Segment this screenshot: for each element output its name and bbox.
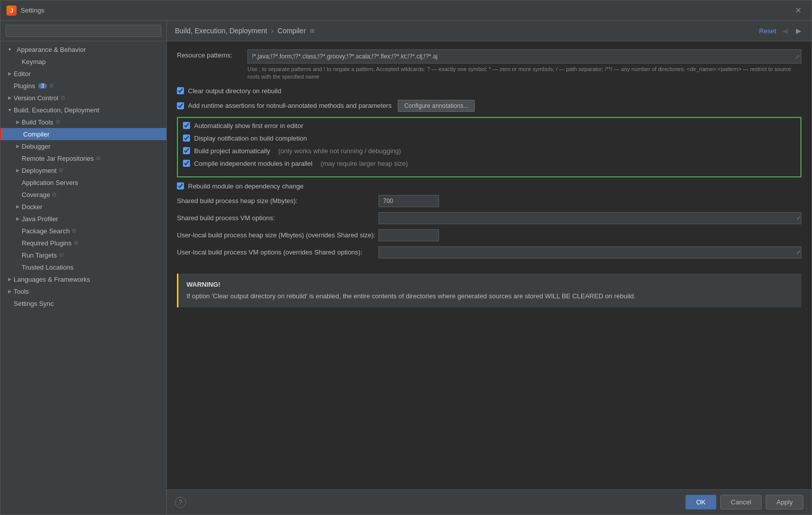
panel-header: Build, Execution, Deployment › Compiler … [167,21,811,41]
back-arrow-icon[interactable]: ◀ [780,26,790,36]
grid-icon: ⊞ [310,28,315,34]
spacer-icon [6,299,14,307]
settings-icon: ⚙ [49,83,54,89]
warning-text: If option 'Clear output directory on reb… [186,291,793,301]
user-vm-container: ⤢ [379,246,801,259]
main-content: ▾ Appearance & Behavior Keymap ▶ Editor [1,21,811,514]
search-input[interactable] [6,25,161,37]
user-heap-input[interactable] [379,229,439,241]
expand-arrow-icon: ▶ [6,275,14,283]
breadcrumb-separator: › [271,27,274,35]
sidebar-item-app-servers[interactable]: Application Servers [1,176,166,188]
sidebar-item-build-exec[interactable]: ▾ Build, Execution, Deployment [1,104,166,116]
expand-arrow-icon: ▶ [14,142,22,150]
plugins-badge: 3 [38,83,47,89]
forward-arrow-icon[interactable]: ▶ [794,26,803,36]
spacer-icon [14,154,22,162]
checkboxes-group: Automatically show first error in editor… [177,117,801,177]
shared-vm-input[interactable] [379,212,801,224]
settings-icon: ⚙ [51,131,56,138]
show-first-error-checkbox[interactable] [183,122,190,129]
user-heap-label: User-local build process heap size (Mbyt… [177,231,379,239]
user-vm-input[interactable] [379,246,801,259]
breadcrumb-part1: Build, Execution, Deployment [175,27,267,35]
btn-group: OK Cancel Apply [685,495,803,509]
rebuild-module-row: Rebuild module on dependency change [177,182,801,190]
expand-arrow-icon: ▶ [14,215,22,223]
compile-parallel-checkbox[interactable] [183,160,190,167]
add-runtime-checkbox[interactable] [177,102,184,109]
sidebar-item-package-search[interactable]: Package Search ⚙ [1,225,166,237]
settings-icon: ⚙ [58,167,64,174]
expand-arrow-icon: ▶ [6,70,14,78]
content-area: Resource patterns: ⤢ Use ; to separate p… [167,41,811,489]
sidebar-item-compiler[interactable]: Compiler ⚙ [1,128,166,140]
show-first-error-row: Automatically show first error in editor [183,122,795,130]
warning-box: WARNING! If option 'Clear output directo… [177,274,801,307]
compile-parallel-row: Compile independent modules in parallel … [183,160,795,167]
apply-button[interactable]: Apply [766,495,803,509]
sidebar-item-appearance[interactable]: ▾ Appearance & Behavior [1,43,166,55]
header-actions: Reset ◀ ▶ [759,26,803,36]
spacer-icon [14,190,22,199]
build-auto-label: Build project automatically [194,147,270,155]
spacer-icon [14,263,22,271]
build-auto-note: (only works while not running / debuggin… [278,147,401,155]
sidebar-item-build-tools[interactable]: ▶ Build Tools ⚙ [1,116,166,128]
clear-output-checkbox[interactable] [177,87,184,94]
configure-annotations-button[interactable]: Configure annotations... [398,100,475,112]
display-notification-label: Display notification on build completion [194,135,307,142]
resource-patterns-input[interactable] [247,49,801,63]
sidebar-item-remote-jar[interactable]: Remote Jar Repositories ⚙ [1,152,166,164]
sidebar-item-settings-sync[interactable]: Settings Sync [1,297,166,309]
resource-patterns-hint: Use ; to separate patterns and ! to nega… [247,66,801,81]
display-notification-checkbox[interactable] [183,135,190,142]
sidebar-item-editor[interactable]: ▶ Editor [1,68,166,80]
shared-vm-container: ⤢ [379,212,801,224]
cancel-button[interactable]: Cancel [720,495,762,509]
sidebar-item-required-plugins[interactable]: Required Plugins ⚙ [1,237,166,249]
breadcrumb-current: Compiler [278,27,306,35]
build-auto-checkbox[interactable] [183,147,190,154]
main-panel: Build, Execution, Deployment › Compiler … [167,21,811,514]
sidebar-item-debugger[interactable]: ▶ Debugger [1,140,166,152]
title-bar: J Settings ✕ [1,1,811,21]
bottom-bar: ? OK Cancel Apply [167,489,811,514]
settings-icon: ⚙ [55,119,60,125]
user-vm-row: User-local build process VM options (ove… [177,246,801,259]
shared-heap-input[interactable] [379,195,439,207]
sidebar-item-coverage[interactable]: Coverage ⚙ [1,188,166,201]
help-button[interactable]: ? [175,497,186,508]
sidebar-item-plugins[interactable]: Plugins 3 ⚙ [1,80,166,92]
sidebar-item-run-targets[interactable]: Run Targets ⚙ [1,249,166,261]
sidebar-item-trusted-locations[interactable]: Trusted Locations [1,261,166,273]
sidebar-item-java-profiler[interactable]: ▶ Java Profiler [1,213,166,225]
reset-link[interactable]: Reset [759,27,776,35]
sidebar-item-docker[interactable]: ▶ Docker [1,201,166,213]
expand-arrow-icon: ▶ [14,118,22,126]
rebuild-module-checkbox[interactable] [177,182,184,189]
resource-patterns-row: Resource patterns: ⤢ Use ; to separate p… [177,49,801,81]
resource-patterns-label: Resource patterns: [177,49,247,59]
sidebar-item-languages[interactable]: ▶ Languages & Frameworks [1,273,166,285]
clear-output-row: Clear output directory on rebuild [177,87,801,95]
app-icon: J [7,6,17,16]
spacer-icon [14,178,22,186]
sidebar-tree: ▾ Appearance & Behavior Keymap ▶ Editor [1,41,166,514]
add-runtime-row: Add runtime assertions for notnull-annot… [177,100,801,112]
shared-heap-label: Shared build process heap size (Mbytes): [177,197,379,205]
sidebar: ▾ Appearance & Behavior Keymap ▶ Editor [1,21,167,514]
expand-arrow-icon: ▶ [14,203,22,211]
user-heap-row: User-local build process heap size (Mbyt… [177,229,801,241]
sidebar-item-keymap[interactable]: Keymap [1,55,166,68]
ok-button[interactable]: OK [685,495,716,509]
sidebar-item-tools[interactable]: ▶ Tools [1,285,166,297]
rebuild-module-label: Rebuild module on dependency change [188,182,303,190]
sidebar-item-version-control[interactable]: ▶ Version Control ⚙ [1,92,166,104]
expand-arrow-icon: ▶ [14,166,22,174]
sidebar-item-deployment[interactable]: ▶ Deployment ⚙ [1,164,166,176]
close-button[interactable]: ✕ [791,4,805,17]
clear-output-label: Clear output directory on rebuild [188,87,281,95]
expand-icon: ⤢ [796,215,800,221]
spacer-icon [6,82,14,90]
